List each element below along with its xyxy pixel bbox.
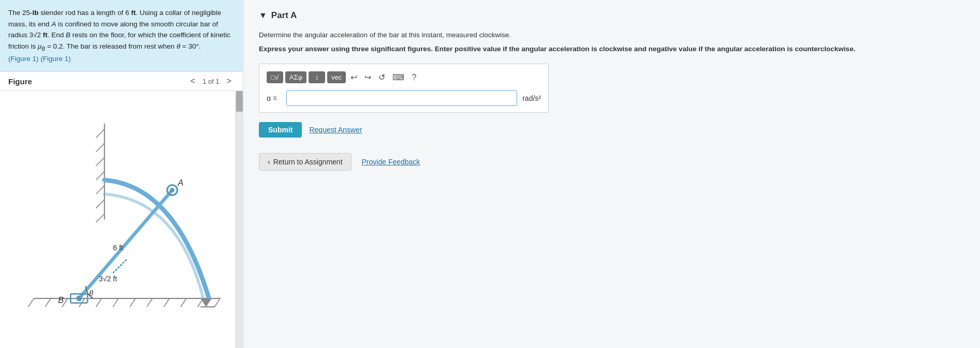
- arrows-button[interactable]: ↕: [309, 71, 325, 83]
- svg-line-12: [214, 298, 220, 307]
- figure-nav: < 1 of 1 >: [187, 76, 235, 86]
- bottom-actions: ‹ Return to Assignment Provide Feedback: [259, 153, 964, 171]
- input-row: α = rad/s²: [267, 90, 541, 106]
- figure-page-indicator: 1 of 1: [202, 78, 220, 85]
- svg-line-28: [113, 259, 127, 273]
- figure-link[interactable]: (Figure 1): [8, 55, 39, 63]
- label-6ft: 6 ft: [113, 244, 123, 252]
- figure-link-display[interactable]: (Figure 1): [40, 55, 71, 63]
- figure-header: Figure < 1 of 1 >: [0, 72, 243, 91]
- label-theta: θ: [89, 289, 93, 297]
- return-chevron-icon: ‹: [268, 158, 270, 166]
- answer-input[interactable]: [286, 90, 517, 106]
- request-answer-button[interactable]: Request Answer: [309, 126, 362, 134]
- svg-line-10: [181, 298, 186, 307]
- figure-diagram: A 6 ft 3√2 ft B θ: [0, 91, 243, 348]
- greek-button[interactable]: ΑΣφ: [285, 71, 306, 83]
- svg-line-6: [113, 298, 119, 307]
- figure-title: Figure: [8, 77, 32, 86]
- svg-line-7: [130, 298, 136, 307]
- scroll-thumb[interactable]: [236, 91, 243, 112]
- submit-button[interactable]: Submit: [259, 122, 302, 138]
- help-button[interactable]: ?: [409, 71, 419, 84]
- vec-button[interactable]: vec: [327, 71, 346, 83]
- svg-line-19: [96, 200, 104, 208]
- svg-point-25: [76, 296, 82, 301]
- svg-line-21: [79, 190, 172, 298]
- undo-button[interactable]: ↩: [348, 70, 360, 84]
- svg-line-1: [28, 298, 34, 307]
- svg-point-23: [170, 188, 174, 193]
- figure-canvas: A 6 ft 3√2 ft B θ: [0, 91, 243, 348]
- right-panel: ▼ Part A Determine the angular accelerat…: [243, 0, 980, 348]
- answer-box: □√ ΑΣφ ↕ vec ↩ ↪ ↺ ⌨ ?: [259, 64, 549, 113]
- figure-prev-button[interactable]: <: [187, 76, 198, 86]
- svg-line-5: [96, 298, 101, 307]
- svg-line-15: [96, 143, 104, 152]
- left-panel: The 25-lb slender rod has a length of 6 …: [0, 0, 243, 348]
- figure-next-button[interactable]: >: [224, 76, 235, 86]
- part-collapse-arrow[interactable]: ▼: [259, 11, 267, 20]
- scrollbar[interactable]: [236, 91, 243, 348]
- part-title: Part A: [271, 10, 297, 21]
- keyboard-button[interactable]: ⌨: [390, 70, 407, 84]
- part-header: ▼ Part A: [259, 10, 964, 21]
- svg-line-16: [96, 158, 104, 166]
- problem-text-box: The 25-lb slender rod has a length of 6 …: [0, 0, 243, 72]
- label-3sqrt2ft: 3√2 ft: [99, 275, 117, 283]
- svg-marker-26: [200, 298, 212, 307]
- return-to-assignment-button[interactable]: ‹ Return to Assignment: [259, 153, 352, 171]
- refresh-button[interactable]: ↺: [376, 70, 388, 84]
- figure-section: Figure < 1 of 1 >: [0, 72, 243, 348]
- svg-line-8: [147, 298, 153, 307]
- sqrt-button[interactable]: □√: [267, 71, 283, 83]
- express-text: Express your answer using three signific…: [259, 44, 964, 54]
- alpha-label: α =: [267, 94, 281, 102]
- svg-line-20: [96, 214, 104, 222]
- svg-line-14: [96, 129, 104, 138]
- provide-feedback-button[interactable]: Provide Feedback: [362, 158, 420, 166]
- math-toolbar: □√ ΑΣφ ↕ vec ↩ ↪ ↺ ⌨ ?: [267, 70, 541, 84]
- svg-line-9: [164, 298, 169, 307]
- return-label: Return to Assignment: [273, 158, 343, 166]
- label-B: B: [58, 295, 64, 305]
- unit-label: rad/s²: [522, 94, 541, 102]
- label-A: A: [178, 178, 184, 187]
- svg-line-18: [96, 186, 104, 194]
- svg-line-2: [45, 298, 51, 307]
- actions-row: Submit Request Answer: [259, 122, 964, 138]
- question-text: Determine the angular acceleration of th…: [259, 31, 964, 39]
- redo-button[interactable]: ↪: [362, 70, 374, 84]
